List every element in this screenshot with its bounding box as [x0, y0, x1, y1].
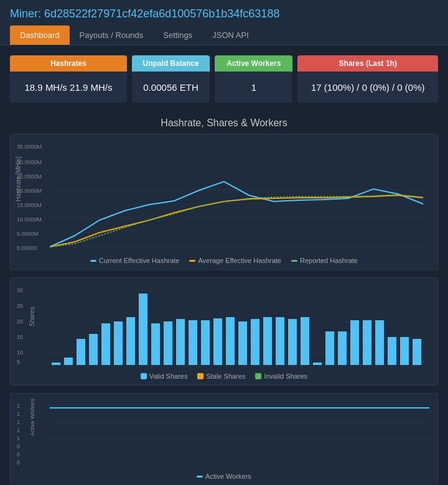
- svg-rect-33: [89, 334, 98, 365]
- navigation: Dashboard Payouts / Rounds Settings JSON…: [10, 25, 438, 45]
- svg-rect-54: [350, 320, 359, 365]
- svg-text:Active Workers: Active Workers: [29, 399, 35, 436]
- svg-text:5: 5: [17, 359, 20, 365]
- svg-text:Shares: Shares: [29, 307, 35, 326]
- legend-valid: Valid Shares: [141, 372, 188, 380]
- legend-invalid: Invalid Shares: [255, 372, 307, 380]
- reported-label: Reported Hashrate: [300, 257, 358, 264]
- nav-dashboard[interactable]: Dashboard: [10, 25, 70, 45]
- svg-text:15.0000M: 15.0000M: [17, 202, 42, 208]
- svg-rect-40: [176, 319, 185, 365]
- shares-svg: 30 25 20 15 10 5 Shares: [16, 283, 432, 370]
- header: Miner: 6d28522f27971cf42efa6d100576b1b34…: [0, 0, 448, 45]
- svg-rect-46: [251, 319, 259, 365]
- svg-rect-34: [101, 323, 110, 365]
- shares-chart-container: 30 25 20 15 10 5 Shares: [10, 277, 438, 386]
- svg-rect-32: [77, 339, 85, 365]
- svg-text:0: 0: [17, 443, 20, 450]
- shares-card: Shares (Last 1h) 17 (100%) / 0 (0%) / 0 …: [297, 55, 438, 103]
- hashrate-chart-title: Hashrate, Shares & Workers: [10, 118, 438, 129]
- svg-text:1: 1: [17, 427, 20, 433]
- miner-address: 6d28522f27971cf42efa6d100576b1b34fc63188: [44, 7, 279, 20]
- workers-value: 1: [215, 72, 292, 103]
- legend-current: Current Effective Hashrate: [90, 257, 179, 264]
- current-dot: [90, 260, 96, 262]
- invalid-label: Invalid Shares: [264, 372, 307, 380]
- hashrates-header: Hashrates: [10, 55, 127, 72]
- svg-rect-52: [325, 331, 334, 365]
- svg-rect-55: [363, 320, 371, 365]
- svg-rect-49: [288, 319, 297, 365]
- unpaid-header: Unpaid Balance: [132, 55, 210, 72]
- average-dot: [189, 260, 195, 262]
- workers-chart-section: 1 1 1 1 1 0 0 0 Active Workers Active Wo…: [0, 390, 448, 485]
- average-label: Average Effective Hashrate: [198, 257, 281, 264]
- reported-dot: [291, 260, 297, 262]
- invalid-dot: [255, 373, 261, 379]
- workers-header: Active Workers: [215, 55, 292, 72]
- svg-rect-42: [201, 320, 210, 365]
- svg-text:0.00000: 0.00000: [17, 245, 37, 251]
- svg-text:0: 0: [17, 451, 20, 458]
- svg-text:1: 1: [17, 403, 20, 409]
- svg-rect-39: [164, 321, 172, 365]
- svg-rect-31: [64, 358, 73, 365]
- svg-rect-35: [114, 321, 123, 365]
- svg-rect-53: [338, 331, 347, 365]
- shares-legend: Valid Shares Stale Shares Invalid Shares: [16, 372, 432, 380]
- svg-rect-58: [400, 337, 409, 365]
- hashrate-chart-container: 35.0000M 30.0000M 25.0000M 20.0000M 15.0…: [10, 134, 438, 270]
- svg-text:1: 1: [17, 435, 20, 441]
- svg-text:10: 10: [17, 349, 23, 356]
- svg-rect-38: [151, 323, 160, 365]
- workers-chart-container: 1 1 1 1 1 0 0 0 Active Workers Active Wo…: [10, 393, 438, 485]
- svg-rect-44: [226, 317, 235, 365]
- shares-chart-section: 30 25 20 15 10 5 Shares: [0, 275, 448, 390]
- hashrate-chart-section: Hashrate, Shares & Workers 35.0000M 30.0…: [0, 113, 448, 275]
- svg-rect-41: [189, 320, 197, 365]
- nav-payouts[interactable]: Payouts / Rounds: [70, 25, 154, 45]
- stats-row: Hashrates 18.9 MH/s 21.9 MH/s Unpaid Bal…: [0, 45, 448, 113]
- workers-card: Active Workers 1: [215, 55, 292, 103]
- shares-value: 17 (100%) / 0 (0%) / 0 (0%): [297, 72, 438, 103]
- shares-header: Shares (Last 1h): [297, 55, 438, 72]
- svg-rect-45: [238, 321, 247, 365]
- valid-label: Valid Shares: [149, 372, 188, 380]
- svg-text:35.0000M: 35.0000M: [17, 144, 42, 150]
- legend-average: Average Effective Hashrate: [189, 257, 281, 264]
- unpaid-card: Unpaid Balance 0.00056 ETH: [132, 55, 210, 103]
- workers-svg: 1 1 1 1 1 0 0 0 Active Workers: [16, 399, 432, 470]
- legend-stale: Stale Shares: [197, 372, 245, 380]
- active-workers-dot: [197, 476, 203, 478]
- svg-text:1: 1: [17, 419, 20, 425]
- svg-rect-50: [301, 317, 309, 365]
- unpaid-value: 0.00056 ETH: [132, 72, 210, 103]
- current-label: Current Effective Hashrate: [99, 257, 179, 264]
- hashrates-card: Hashrates 18.9 MH/s 21.9 MH/s: [10, 55, 127, 103]
- legend-reported: Reported Hashrate: [291, 257, 358, 264]
- stale-label: Stale Shares: [206, 372, 245, 380]
- hashrate-legend: Current Effective Hashrate Average Effec…: [16, 257, 432, 264]
- nav-jsonapi[interactable]: JSON API: [202, 25, 259, 45]
- svg-text:30: 30: [17, 287, 23, 293]
- svg-text:5.0000M: 5.0000M: [17, 231, 39, 237]
- svg-rect-56: [375, 320, 384, 365]
- svg-rect-30: [52, 363, 60, 365]
- svg-text:Hashrate [MH/s]: Hashrate [MH/s]: [16, 157, 22, 201]
- active-workers-label: Active Workers: [205, 473, 251, 480]
- svg-rect-43: [213, 318, 222, 365]
- hashrate-svg: 35.0000M 30.0000M 25.0000M 20.0000M 15.0…: [16, 139, 432, 254]
- svg-text:1: 1: [17, 411, 20, 417]
- hashrates-value: 18.9 MH/s 21.9 MH/s: [10, 72, 127, 103]
- legend-active-workers: Active Workers: [197, 473, 251, 480]
- svg-text:15: 15: [17, 334, 23, 340]
- svg-rect-37: [139, 293, 147, 365]
- svg-rect-48: [276, 317, 284, 365]
- svg-text:20: 20: [17, 318, 23, 325]
- svg-text:25: 25: [17, 303, 23, 309]
- svg-rect-57: [388, 337, 396, 365]
- svg-text:10.0000M: 10.0000M: [17, 216, 42, 223]
- stale-dot: [197, 373, 203, 379]
- valid-dot: [141, 373, 147, 379]
- nav-settings[interactable]: Settings: [153, 25, 202, 45]
